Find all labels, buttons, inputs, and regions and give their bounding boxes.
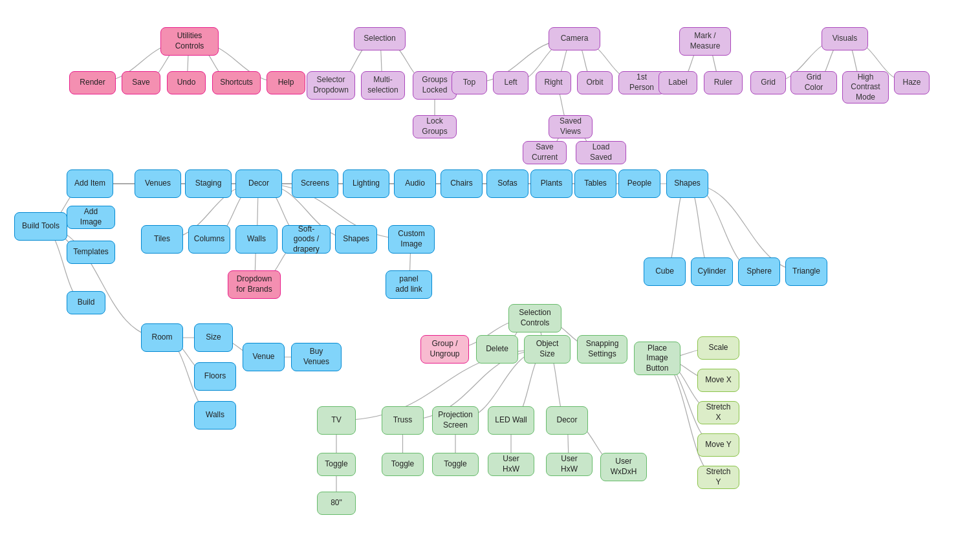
node-save_current[interactable]: Save Current [523,141,567,164]
node-decor[interactable]: Decor [235,169,282,198]
node-move_x[interactable]: Move X [697,369,739,392]
node-move_y[interactable]: Move Y [697,433,739,457]
node-save[interactable]: Save [122,71,160,94]
node-sofas[interactable]: Sofas [486,169,528,198]
node-cylinder[interactable]: Cylinder [691,257,733,286]
node-tiles[interactable]: Tiles [141,225,183,254]
node-venues[interactable]: Venues [135,169,181,198]
node-add_image[interactable]: Add Image [67,206,115,229]
node-decor_obj[interactable]: Decor [546,406,588,435]
node-left[interactable]: Left [493,71,528,94]
node-user_wxdxh[interactable]: User WxDxH [600,453,647,481]
node-toggle_tv[interactable]: Toggle [317,453,356,476]
node-shapes_decor[interactable]: Shapes [335,225,377,254]
node-multiselection[interactable]: Multi- selection [361,71,405,100]
node-user_hxw_led[interactable]: User HxW [488,453,534,476]
node-selection[interactable]: Selection [354,27,406,50]
node-led_wall[interactable]: LED Wall [488,406,534,435]
node-build_tools[interactable]: Build Tools [14,212,67,241]
node-plants[interactable]: Plants [530,169,572,198]
node-panel_add_link[interactable]: panel add link [386,270,432,299]
node-top[interactable]: Top [452,71,487,94]
node-mark_measure[interactable]: Mark / Measure [679,27,731,56]
node-delete[interactable]: Delete [476,335,518,364]
node-buy_venues[interactable]: Buy Venues [291,343,342,371]
node-shortcuts[interactable]: Shortcuts [212,71,261,94]
node-projection_screen[interactable]: Projection Screen [432,406,479,435]
node-lighting[interactable]: Lighting [343,169,389,198]
node-soft_goods[interactable]: Soft-goods / drapery [282,225,331,254]
node-floors[interactable]: Floors [194,362,236,391]
node-sphere[interactable]: Sphere [738,257,780,286]
node-selection_controls[interactable]: Selection Controls [508,304,561,332]
node-screens[interactable]: Screens [292,169,338,198]
node-cube[interactable]: Cube [644,257,686,286]
node-saved_views[interactable]: Saved Views [549,115,593,138]
node-visuals[interactable]: Visuals [822,27,868,50]
node-grid_color[interactable]: Grid Color [790,71,837,94]
node-templates[interactable]: Templates [67,241,115,264]
node-tables[interactable]: Tables [574,169,616,198]
node-triangle[interactable]: Triangle [785,257,827,286]
node-truss[interactable]: Truss [382,406,424,435]
node-group_ungroup[interactable]: Group / Ungroup [420,335,469,364]
node-grid[interactable]: Grid [750,71,786,94]
node-dropdown_brands[interactable]: Dropdown for Brands [228,270,281,299]
node-toggle_proj[interactable]: Toggle [432,453,479,476]
node-staging[interactable]: Staging [185,169,232,198]
node-stretch_y[interactable]: Stretch Y [697,466,739,489]
mindmap-canvas: Utilities ControlsRenderSaveUndoShortcut… [0,0,980,544]
node-walls_room[interactable]: Walls [194,401,236,430]
node-groups_locked[interactable]: Groups Locked [413,71,457,100]
node-toggle_truss[interactable]: Toggle [382,453,424,476]
node-selector_dropdown[interactable]: Selector Dropdown [307,71,355,100]
node-add_item[interactable]: Add Item [67,169,113,198]
node-custom_image[interactable]: Custom Image [388,225,435,254]
node-ruler[interactable]: Ruler [704,71,743,94]
node-audio[interactable]: Audio [394,169,436,198]
node-shapes_top[interactable]: Shapes [666,169,708,198]
node-undo[interactable]: Undo [167,71,206,94]
node-chairs[interactable]: Chairs [441,169,483,198]
node-place_image_button[interactable]: Place Image Button [634,342,681,375]
node-render[interactable]: Render [69,71,116,94]
node-label[interactable]: Label [659,71,697,94]
node-snapping_settings[interactable]: Snapping Settings [577,335,627,364]
node-help[interactable]: Help [267,71,305,94]
node-lock_groups[interactable]: Lock Groups [413,115,457,138]
node-load_saved[interactable]: Load Saved [576,141,626,164]
node-room[interactable]: Room [141,323,183,352]
node-columns[interactable]: Columns [188,225,230,254]
node-size[interactable]: Size [194,323,233,352]
node-people[interactable]: People [618,169,660,198]
node-eighty_inches[interactable]: 80" [317,492,356,515]
node-right[interactable]: Right [536,71,571,94]
node-orbit[interactable]: Orbit [577,71,613,94]
node-object_size[interactable]: Object Size [524,335,571,364]
node-walls_decor[interactable]: Walls [235,225,278,254]
node-build[interactable]: Build [67,291,105,314]
node-venue[interactable]: Venue [243,343,285,371]
node-haze[interactable]: Haze [894,71,930,94]
node-tv[interactable]: TV [317,406,356,435]
node-utilities[interactable]: Utilities Controls [160,27,219,56]
node-stretch_x[interactable]: Stretch X [697,401,739,424]
node-high_contrast[interactable]: High Contrast Mode [842,71,889,103]
node-camera[interactable]: Camera [549,27,600,50]
node-user_hxw_decor[interactable]: User HxW [546,453,593,476]
node-scale[interactable]: Scale [697,336,739,360]
